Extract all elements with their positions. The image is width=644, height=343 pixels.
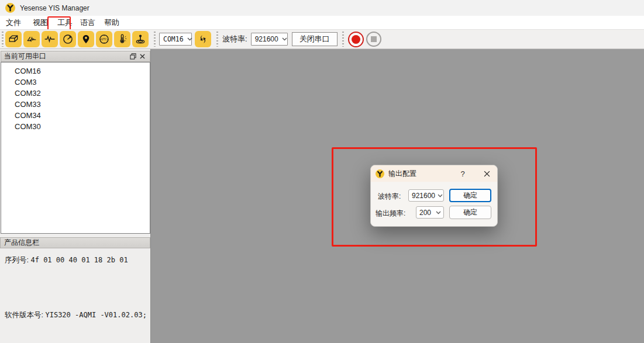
raw-wave-button[interactable] <box>42 31 58 47</box>
close-panel-button[interactable] <box>137 52 147 61</box>
record-icon <box>352 35 360 44</box>
close-port-button[interactable]: 关闭串口 <box>292 32 338 46</box>
baud-rate-label: 波特率: <box>222 34 247 44</box>
port-select[interactable]: COM16 <box>159 33 192 46</box>
close-icon <box>484 171 490 177</box>
left-dock-panel: 当前可用串口 COM16 COM3 COM32 COM33 COM34 COM3… <box>0 49 151 343</box>
calibration-stick-icon <box>135 33 146 45</box>
dialog-title: 输出配置 <box>388 169 458 179</box>
software-version-value: YIS320 -AQMI -V01.02.03; <box>45 311 146 319</box>
dialog-freq-value: 200 <box>419 209 431 217</box>
output-config-dialog: 输出配置 ? 波特率: 921600 确定 输出频率: 200 确定 <box>370 165 498 227</box>
dialog-help-button[interactable]: ? <box>458 169 467 178</box>
chevron-down-icon <box>435 194 443 198</box>
svg-text:UTC: UTC <box>101 37 107 41</box>
port-list-item[interactable]: COM30 <box>1 121 150 132</box>
toolbar-grip[interactable] <box>342 32 344 47</box>
dialog-baud-select[interactable]: 921600 <box>408 189 444 202</box>
software-version-label: 软件版本号: <box>5 311 43 319</box>
thermometer-button[interactable] <box>114 31 130 47</box>
cube-3d-button[interactable] <box>5 31 22 47</box>
chevron-down-icon <box>184 37 192 41</box>
product-info-panel-header: 产品信息栏 <box>0 237 150 248</box>
thermometer-icon <box>116 33 128 45</box>
port-list-item[interactable]: COM32 <box>1 88 150 99</box>
menu-file[interactable]: 文件 <box>6 16 21 30</box>
dialog-close-button[interactable] <box>481 168 492 179</box>
attitude-wave-icon <box>26 33 37 45</box>
record-button[interactable] <box>348 32 364 47</box>
window-title: Yesense YIS Manager <box>20 4 89 12</box>
port-list-item[interactable]: COM3 <box>1 77 150 88</box>
app-window: Yesense YIS Manager 文件 视图 工具 语言 帮助 <box>0 0 644 343</box>
dialog-baud-confirm-button[interactable]: 确定 <box>449 189 491 202</box>
close-icon <box>140 54 145 59</box>
raw-wave-icon <box>44 33 56 45</box>
baud-rate-value: 921600 <box>255 35 278 43</box>
stop-icon <box>371 36 377 42</box>
attitude-wave-button[interactable] <box>23 31 40 47</box>
serial-number-line: 序列号: 4f 01 00 40 01 18 2b 01 <box>5 255 128 265</box>
location-button[interactable] <box>78 31 94 47</box>
serial-ports-panel-header: 当前可用串口 <box>1 51 150 62</box>
serial-ports-panel-title: 当前可用串口 <box>4 51 128 61</box>
title-bar: Yesense YIS Manager <box>0 0 644 16</box>
serial-number-value: 4f 01 00 40 01 18 2b 01 <box>30 256 128 264</box>
dialog-freq-label: 输出频率: <box>376 209 405 219</box>
toolbar: UTC COM16 <box>0 29 644 49</box>
serial-port-list: COM16 COM3 COM32 COM33 COM34 COM30 <box>1 62 150 234</box>
port-list-item[interactable]: COM16 <box>1 65 150 77</box>
gauge-icon <box>62 33 74 45</box>
location-pin-icon <box>81 34 91 44</box>
app-logo-icon <box>5 3 15 13</box>
menu-tools[interactable]: 工具 <box>57 16 73 30</box>
stop-button[interactable] <box>366 32 381 47</box>
dialog-baud-value: 921600 <box>412 192 435 200</box>
menu-language[interactable]: 语言 <box>80 16 95 30</box>
gauge-button[interactable] <box>60 31 76 47</box>
product-info-title: 产品信息栏 <box>4 238 39 248</box>
chevron-down-icon <box>278 37 287 41</box>
refresh-icon <box>198 34 208 44</box>
refresh-ports-button[interactable] <box>195 31 211 47</box>
menu-bar: 文件 视图 工具 语言 帮助 <box>0 16 644 29</box>
chevron-down-icon <box>433 211 441 214</box>
float-icon <box>130 53 136 60</box>
toolbar-grip[interactable] <box>216 32 218 47</box>
cube-3d-icon <box>8 33 19 45</box>
dialog-title-bar: 输出配置 ? <box>371 165 497 182</box>
dialog-freq-confirm-button[interactable]: 确定 <box>449 206 491 219</box>
port-list-item[interactable]: COM33 <box>1 99 150 110</box>
menu-help[interactable]: 帮助 <box>104 16 119 30</box>
toolbar-grip[interactable] <box>154 32 156 47</box>
software-version-line: 软件版本号: YIS320 -AQMI -V01.02.03; <box>5 310 147 320</box>
dialog-logo-icon <box>376 169 384 178</box>
baud-rate-select[interactable]: 921600 <box>251 33 288 46</box>
dialog-baud-label: 波特率: <box>378 192 401 202</box>
port-select-value: COM16 <box>163 35 184 43</box>
utc-clock-icon: UTC <box>98 33 110 45</box>
toolbar-grip[interactable] <box>2 32 4 47</box>
serial-number-label: 序列号: <box>5 256 29 264</box>
port-list-item[interactable]: COM34 <box>1 110 150 121</box>
dialog-freq-select[interactable]: 200 <box>416 206 444 219</box>
utc-clock-button[interactable]: UTC <box>96 31 112 47</box>
calibration-stick-button[interactable] <box>132 31 149 47</box>
menu-view[interactable]: 视图 <box>33 16 48 30</box>
float-panel-button[interactable] <box>128 52 137 61</box>
